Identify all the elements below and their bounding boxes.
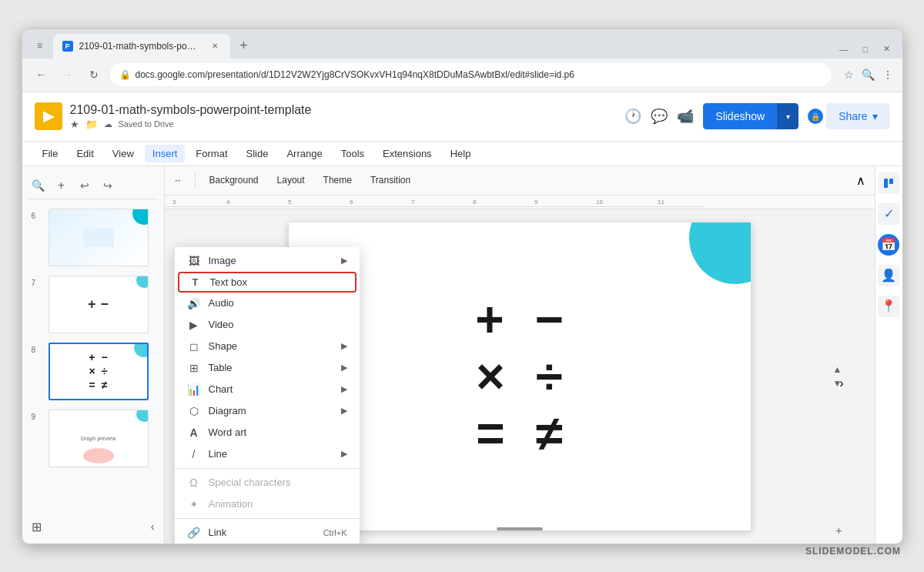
forward-btn[interactable]: → bbox=[58, 65, 78, 85]
undo-btn[interactable]: ↩ bbox=[75, 176, 95, 196]
close-btn[interactable]: ✕ bbox=[882, 45, 892, 54]
link-icon: 🔗 bbox=[187, 527, 201, 539]
slide-preview-8: +− ×÷ =≠ bbox=[49, 343, 149, 400]
share-dropdown-icon: ▾ bbox=[872, 110, 878, 122]
menu-tools[interactable]: Tools bbox=[333, 145, 372, 162]
math-row-1: + − bbox=[475, 295, 564, 344]
g-contacts-icon[interactable]: 👤 bbox=[878, 265, 899, 286]
slide-thumb-8[interactable]: 8 +− ×÷ =≠ bbox=[28, 340, 158, 403]
sidebar-toolbar: 🔍 + ↩ ↪ bbox=[28, 172, 158, 199]
expand-btn[interactable]: + bbox=[835, 523, 842, 537]
secondary-toolbar: ↔ Background Layout Theme Transition ∧ bbox=[165, 166, 875, 196]
theme-btn[interactable]: Theme bbox=[316, 172, 360, 189]
menu-shape[interactable]: ◻ Shape ▶ bbox=[175, 336, 360, 357]
menu-slide[interactable]: Slide bbox=[239, 145, 276, 162]
g-tasks-icon[interactable]: ✓ bbox=[878, 203, 899, 225]
menu-textbox[interactable]: T Text box bbox=[178, 272, 357, 293]
menu-edit[interactable]: Edit bbox=[69, 145, 101, 162]
menu-diagram[interactable]: ⬡ Diagram ▶ bbox=[175, 400, 360, 422]
layout-btn[interactable]: Layout bbox=[270, 172, 313, 189]
zoom-icon[interactable]: 🔍 bbox=[862, 69, 875, 81]
saved-to-drive-text: Saved to Drive bbox=[119, 119, 174, 129]
menu-help[interactable]: Help bbox=[443, 145, 479, 162]
shape-label: Shape bbox=[209, 340, 333, 352]
refresh-btn[interactable]: ↻ bbox=[84, 65, 104, 85]
scroll-up-btn[interactable]: ▲ bbox=[833, 364, 842, 375]
menu-view[interactable]: View bbox=[105, 145, 142, 162]
watermark: SLIDEMODEL.COM bbox=[805, 546, 901, 557]
g-calendar-icon[interactable]: 📅 bbox=[878, 234, 899, 256]
menu-video[interactable]: ▶ Video bbox=[175, 314, 360, 336]
background-btn[interactable]: Background bbox=[202, 172, 266, 189]
menu-extensions[interactable]: Extensions bbox=[375, 145, 440, 162]
menu-divider-1 bbox=[175, 468, 360, 469]
comments-icon[interactable]: 💬 bbox=[651, 108, 668, 125]
symbol-not-equals: ≠ bbox=[536, 409, 563, 458]
video-icon: ▶ bbox=[187, 319, 201, 331]
link-shortcut: Ctrl+K bbox=[323, 528, 347, 537]
tab-menu-btn[interactable]: ≡ bbox=[30, 35, 50, 55]
tab-bar: ≡ P 2109-01-math-symbols-power... ✕ + — … bbox=[22, 29, 902, 59]
audio-icon: 🔊 bbox=[187, 297, 201, 309]
history-icon[interactable]: 🕐 bbox=[624, 108, 641, 125]
address-url[interactable]: 🔒 docs.google.com/presentation/d/1D12V2W… bbox=[110, 63, 832, 86]
slide-thumb-9[interactable]: 9 Graph preview bbox=[28, 406, 158, 470]
slideshow-dropdown-btn[interactable]: ▾ bbox=[777, 103, 798, 129]
g-keep-icon[interactable] bbox=[878, 172, 899, 194]
menu-image[interactable]: 🖼 Image ▶ bbox=[175, 250, 360, 272]
slide-thumb-6[interactable]: 6 bbox=[28, 206, 158, 269]
new-tab-btn[interactable]: + bbox=[233, 35, 255, 57]
address-bar: ← → ↻ 🔒 docs.google.com/presentation/d/1… bbox=[22, 59, 902, 92]
redo-btn[interactable]: ↪ bbox=[98, 176, 118, 196]
menu-link[interactable]: 🔗 Link Ctrl+K bbox=[175, 522, 360, 544]
slideshow-btn[interactable]: Slideshow bbox=[703, 103, 777, 129]
menu-animation[interactable]: ✦ Animation bbox=[175, 493, 360, 515]
slide-thumb-7[interactable]: 7 +− bbox=[28, 273, 158, 336]
menu-file[interactable]: File bbox=[35, 145, 66, 162]
svg-text:3: 3 bbox=[172, 199, 176, 206]
line-icon: / bbox=[187, 448, 201, 460]
g-apps-sidebar: ✓ 📅 👤 📍 bbox=[875, 166, 902, 544]
animation-icon: ✦ bbox=[187, 498, 201, 510]
svg-rect-1 bbox=[165, 206, 704, 207]
g-maps-icon[interactable]: 📍 bbox=[878, 296, 899, 317]
menu-audio[interactable]: 🔊 Audio bbox=[175, 293, 360, 314]
slide-num-9: 9 bbox=[32, 413, 42, 421]
next-slide-btn[interactable]: › bbox=[839, 376, 843, 390]
sidebar-bottom: ⊞ ‹ bbox=[28, 517, 158, 537]
plus-btn[interactable]: + bbox=[52, 176, 72, 196]
collapse-toolbar-btn[interactable]: ∧ bbox=[856, 173, 865, 188]
more-icon[interactable]: ⋮ bbox=[882, 69, 893, 81]
menu-insert[interactable]: Insert bbox=[145, 145, 186, 162]
menu-special-chars[interactable]: Ω Special characters bbox=[175, 472, 360, 493]
share-btn-group: 🔒 Share ▾ bbox=[808, 103, 889, 129]
minimize-btn[interactable]: — bbox=[839, 45, 849, 54]
menu-table[interactable]: ⊞ Table ▶ bbox=[175, 357, 360, 379]
menu-line[interactable]: / Line ▶ bbox=[175, 443, 360, 465]
menu-chart[interactable]: 📊 Chart ▶ bbox=[175, 379, 360, 400]
meet-icon[interactable]: 📹 bbox=[677, 108, 694, 125]
menu-arrange[interactable]: Arrange bbox=[279, 145, 330, 162]
star-icon[interactable]: ★ bbox=[70, 119, 79, 130]
zoom-btn[interactable]: 🔍 bbox=[28, 176, 49, 196]
folder-icon[interactable]: 📁 bbox=[85, 119, 98, 130]
grid-view-btn[interactable]: ⊞ bbox=[32, 520, 42, 534]
svg-text:8: 8 bbox=[473, 199, 477, 206]
share-btn[interactable]: Share ▾ bbox=[826, 103, 889, 129]
image-label: Image bbox=[209, 255, 333, 266]
tab-close-btn[interactable]: ✕ bbox=[209, 40, 221, 52]
symbol-equals: = bbox=[476, 409, 504, 458]
bookmark-icon[interactable]: ☆ bbox=[844, 69, 854, 81]
active-tab[interactable]: P 2109-01-math-symbols-power... ✕ bbox=[53, 34, 230, 59]
diagram-label: Diagram bbox=[209, 405, 333, 416]
menu-format[interactable]: Format bbox=[188, 145, 235, 162]
transition-btn[interactable]: Transition bbox=[363, 172, 418, 189]
sidebar-collapse-btn[interactable]: ‹ bbox=[151, 520, 155, 533]
svg-text:9: 9 bbox=[534, 199, 538, 206]
svg-text:10: 10 bbox=[596, 199, 603, 206]
menu-wordart[interactable]: A Word art bbox=[175, 422, 360, 443]
svg-rect-11 bbox=[884, 179, 888, 188]
maximize-btn[interactable]: □ bbox=[861, 45, 870, 54]
browser-window: ≡ P 2109-01-math-symbols-power... ✕ + — … bbox=[22, 28, 903, 544]
back-btn[interactable]: ← bbox=[32, 65, 52, 85]
